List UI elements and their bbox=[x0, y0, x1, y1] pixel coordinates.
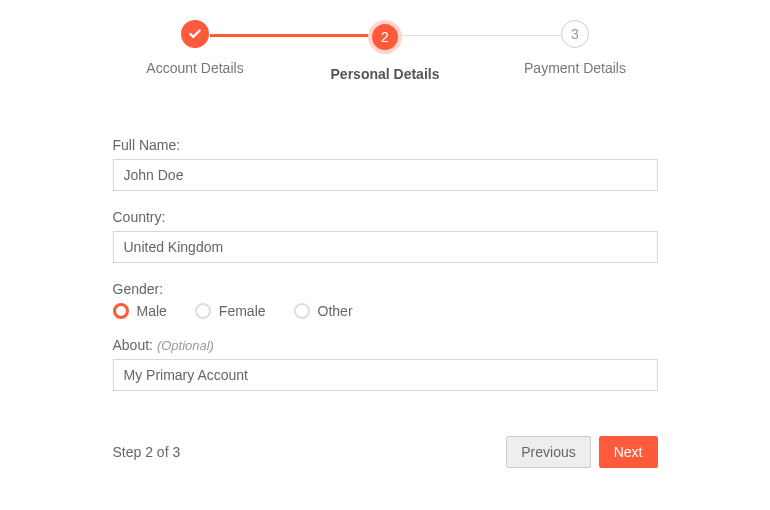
about-input[interactable] bbox=[113, 359, 658, 391]
about-label: About: (Optional) bbox=[113, 337, 658, 353]
step-indicator: Step 2 of 3 bbox=[113, 444, 181, 460]
about-optional-text: (Optional) bbox=[157, 338, 214, 353]
stepper-step-3[interactable]: 3 Payment Details bbox=[480, 20, 670, 76]
form: Full Name: Country: Gender: Male Female bbox=[113, 137, 658, 468]
step-label-1: Account Details bbox=[146, 60, 243, 76]
step-circle-3: 3 bbox=[561, 20, 589, 48]
stepper-step-2[interactable]: 2 Personal Details bbox=[290, 20, 480, 82]
stepper-connector-done bbox=[210, 34, 385, 37]
gender-option-male[interactable]: Male bbox=[113, 303, 167, 319]
radio-icon bbox=[294, 303, 310, 319]
footer-buttons: Previous Next bbox=[506, 436, 657, 468]
next-button[interactable]: Next bbox=[599, 436, 658, 468]
radio-icon bbox=[113, 303, 129, 319]
about-label-text: About: bbox=[113, 337, 153, 353]
stepper: Account Details 2 Personal Details 3 Pay… bbox=[0, 20, 770, 82]
step-label-2: Personal Details bbox=[331, 66, 440, 82]
radio-icon bbox=[195, 303, 211, 319]
full-name-label: Full Name: bbox=[113, 137, 658, 153]
stepper-step-1[interactable]: Account Details bbox=[100, 20, 290, 76]
country-label: Country: bbox=[113, 209, 658, 225]
stepper-connector-upcoming bbox=[400, 35, 575, 36]
check-icon bbox=[188, 27, 202, 41]
previous-button[interactable]: Previous bbox=[506, 436, 590, 468]
country-input[interactable] bbox=[113, 231, 658, 263]
step-circle-2: 2 bbox=[368, 20, 402, 54]
gender-label: Gender: bbox=[113, 281, 658, 297]
gender-option-female[interactable]: Female bbox=[195, 303, 266, 319]
step-circle-1 bbox=[181, 20, 209, 48]
gender-radio-group: Male Female Other bbox=[113, 303, 658, 319]
gender-option-label: Male bbox=[137, 303, 167, 319]
step-label-3: Payment Details bbox=[524, 60, 626, 76]
gender-option-label: Female bbox=[219, 303, 266, 319]
full-name-input[interactable] bbox=[113, 159, 658, 191]
gender-option-other[interactable]: Other bbox=[294, 303, 353, 319]
gender-option-label: Other bbox=[318, 303, 353, 319]
